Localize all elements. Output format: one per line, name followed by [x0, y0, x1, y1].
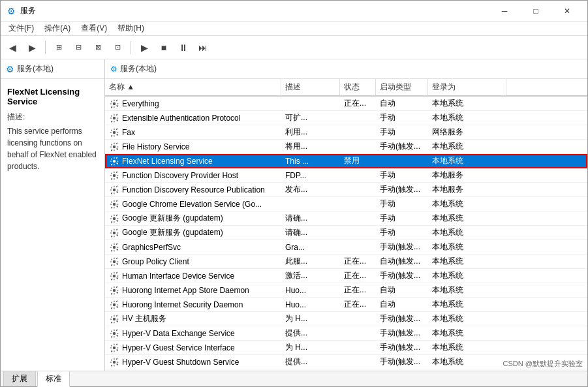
toolbar-sep-2: [131, 41, 131, 54]
service-name-text: Google Chrome Elevation Service (Go...: [122, 200, 262, 209]
cell-startup: 手动(触发...: [376, 240, 428, 254]
table-row[interactable]: Function Discovery Provider HostFDP...手动…: [105, 168, 587, 183]
cell-login: 本地系统: [428, 341, 506, 354]
cell-startup: 手动(触发...: [376, 341, 428, 354]
cell-login: 网络服务: [428, 125, 506, 139]
cell-desc: 发布...: [281, 183, 340, 196]
left-header: ⚙ 服务(本地): [1, 59, 104, 79]
cell-desc: 请确...: [281, 226, 340, 240]
cell-startup: 手动(触发...: [376, 326, 428, 340]
service-gear-icon: [109, 256, 119, 267]
table-row[interactable]: Fax利用...手动网络服务: [105, 125, 587, 140]
left-panel-icon: ⚙: [6, 64, 14, 74]
cell-login: 本地系统: [428, 111, 506, 125]
table-row[interactable]: HV 主机服务为 H...手动(触发...本地系统: [105, 312, 587, 326]
table-row[interactable]: Group Policy Client此服...正在...自动(触发...本地系…: [105, 255, 587, 269]
services-table[interactable]: 名称 ▲ 描述 状态 启动类型 登录为 Everything正在...自动本地系…: [105, 79, 587, 371]
cell-startup: 手动: [376, 168, 428, 182]
menu-item-f[interactable]: 文件(F): [3, 22, 39, 35]
service-name-text: Google 更新服务 (gupdatem): [122, 227, 223, 238]
service-gear-icon: [109, 113, 119, 123]
table-row[interactable]: Google Chrome Elevation Service (Go...手动…: [105, 197, 587, 211]
tab-expand[interactable]: 扩展: [3, 371, 36, 386]
service-name-text: Fax: [122, 128, 135, 137]
view1-button[interactable]: ⊞: [50, 39, 68, 57]
back-button[interactable]: ◀: [3, 39, 22, 57]
cell-login: 本地系统: [428, 326, 506, 340]
table-row[interactable]: Hyper-V Data Exchange Service提供...手动(触发.…: [105, 326, 587, 341]
table-row[interactable]: Huorong Internet App Store DaemonHuo...正…: [105, 283, 587, 298]
maximize-button[interactable]: □: [521, 1, 551, 22]
cell-desc: 请确...: [281, 211, 340, 225]
table-row[interactable]: File History Service将用...手动(触发...本地系统: [105, 140, 587, 154]
view2-button[interactable]: ⊟: [69, 39, 87, 57]
table-row[interactable]: Huorong Internet Security DaemonHuo...正在…: [105, 298, 587, 312]
left-header-title: 服务(本地): [17, 63, 54, 74]
left-panel: ⚙ 服务(本地) FlexNet Licensing Service 描述: T…: [1, 59, 105, 371]
menu-item-a[interactable]: 操作(A): [39, 22, 76, 35]
service-name-text: HV 主机服务: [122, 313, 166, 324]
cell-desc: 将用...: [281, 140, 340, 153]
play-button[interactable]: ▶: [135, 39, 153, 57]
cell-startup: [376, 160, 428, 163]
cell-desc: FDP...: [281, 170, 340, 181]
stop-button[interactable]: ■: [155, 39, 173, 57]
forward-button[interactable]: ▶: [23, 39, 41, 57]
table-row[interactable]: Hyper-V Guest Shutdown Service提供...手动(触发…: [105, 355, 587, 369]
cell-startup: 自动: [376, 298, 428, 311]
view4-button[interactable]: ⊡: [108, 39, 127, 57]
service-name-text: Function Discovery Resource Publication: [122, 185, 265, 194]
cell-startup: 手动: [376, 111, 428, 125]
cell-status: [340, 174, 376, 177]
table-row[interactable]: Human Interface Device Service激活...正在...…: [105, 269, 587, 283]
service-name-text: Google 更新服务 (gupdatem): [122, 213, 223, 224]
table-row[interactable]: Function Discovery Resource Publication发…: [105, 183, 587, 197]
menu-item-h[interactable]: 帮助(H): [112, 22, 149, 35]
col-header-name[interactable]: 名称 ▲: [105, 79, 281, 95]
cell-name: Hyper-V Guest Shutdown Service: [105, 356, 281, 369]
cell-name: Hyper-V Data Exchange Service: [105, 327, 281, 340]
cell-login: 本地系统: [428, 312, 506, 326]
svg-point-11: [113, 260, 116, 262]
cell-login: 本地系统: [428, 154, 506, 168]
cell-status: 正在...: [340, 283, 376, 297]
cell-name: FlexNet Licensing Service: [105, 155, 281, 168]
svg-point-7: [113, 202, 116, 205]
table-row[interactable]: Google 更新服务 (gupdatem)请确...手动本地系统: [105, 211, 587, 226]
window-icon: ⚙: [6, 6, 16, 16]
table-header: 名称 ▲ 描述 状态 启动类型 登录为: [105, 79, 587, 97]
cell-status: 正在...: [340, 269, 376, 283]
svg-point-8: [113, 217, 116, 219]
svg-point-4: [113, 159, 116, 162]
service-gear-icon: [109, 185, 119, 195]
table-row[interactable]: FlexNet Licensing ServiceThis ...禁用本地系统: [105, 154, 587, 168]
col-header-desc[interactable]: 描述: [281, 79, 340, 95]
service-gear-icon: [109, 142, 119, 152]
pause-button[interactable]: ⏸: [174, 39, 193, 57]
service-gear-icon: [109, 170, 119, 181]
tab-standard[interactable]: 标准: [37, 371, 70, 387]
table-row[interactable]: Google 更新服务 (gupdatem)请确...手动本地系统: [105, 226, 587, 240]
table-row[interactable]: GraphicsPerfSvcGra...手动(触发...本地系统: [105, 240, 587, 255]
table-row[interactable]: Extensible Authentication Protocol可扩...手…: [105, 111, 587, 125]
title-bar: ⚙ 服务 ─ □ ✕: [1, 1, 587, 22]
service-gear-icon: [109, 343, 119, 353]
cell-desc: 为 H...: [281, 312, 340, 326]
restart-button[interactable]: ⏭: [194, 39, 212, 57]
col-header-login[interactable]: 登录为: [428, 79, 506, 95]
service-name-text: Hyper-V Data Exchange Service: [122, 329, 235, 338]
cell-status: 正在...: [340, 255, 376, 268]
bottom-tabs: 扩展 标准: [1, 371, 587, 386]
col-header-status[interactable]: 状态: [340, 79, 376, 95]
col-header-startup[interactable]: 启动类型: [376, 79, 428, 95]
table-row[interactable]: Everything正在...自动本地系统: [105, 97, 587, 111]
cell-name: Function Discovery Resource Publication: [105, 183, 281, 196]
table-row[interactable]: Hyper-V Guest Service Interface为 H...手动(…: [105, 341, 587, 355]
service-gear-icon: [109, 271, 119, 281]
view3-button[interactable]: ⊠: [89, 39, 107, 57]
menu-bar: 文件(F)操作(A)查看(V)帮助(H): [1, 22, 587, 36]
menu-item-v[interactable]: 查看(V): [76, 22, 112, 35]
minimize-button[interactable]: ─: [489, 1, 519, 22]
service-name-text: Group Policy Client: [122, 257, 189, 266]
close-button[interactable]: ✕: [552, 1, 582, 22]
